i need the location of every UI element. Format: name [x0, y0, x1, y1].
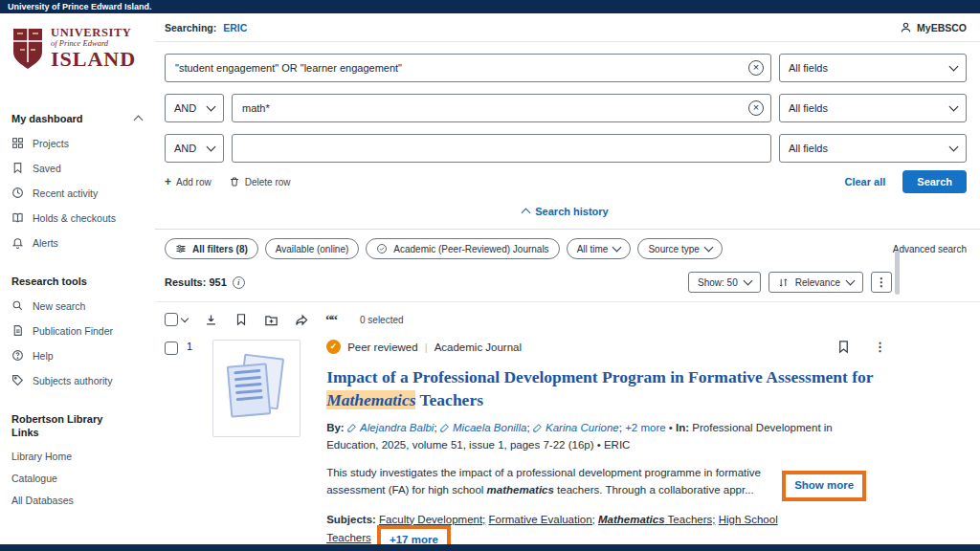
bookmark-icon[interactable] — [234, 313, 248, 326]
sidebar-item-holds-checkouts[interactable]: Holds & checkouts — [11, 211, 142, 224]
main-header: Searching: ERIC MyEBSCO — [155, 13, 980, 42]
filter-all-time[interactable]: All time — [567, 238, 632, 259]
chevron-down-icon — [207, 102, 216, 112]
author-link[interactable]: Micaela Bonilla — [453, 422, 526, 433]
filter-sliders-icon — [175, 243, 187, 254]
sort-select[interactable]: Relevance — [768, 272, 863, 293]
search-row-2: AND × All fields — [165, 94, 967, 122]
chevron-up-icon — [134, 116, 144, 125]
sidebar-item-recent-activity[interactable]: Recent activity — [11, 187, 142, 199]
source-type-label: Academic Journal — [434, 342, 522, 353]
document-illustration-icon — [229, 356, 284, 421]
field-select-2[interactable]: All fields — [779, 94, 967, 122]
sort-arrows-icon — [778, 277, 789, 288]
download-icon[interactable] — [204, 313, 218, 327]
results-scrollbar[interactable] — [895, 251, 900, 295]
upei-logo[interactable]: UNIVERSITY of Prince Edward ISLAND — [11, 27, 155, 71]
projects-icon — [11, 137, 24, 149]
field-select-1[interactable]: All fields — [779, 54, 967, 82]
share-icon[interactable] — [295, 313, 309, 327]
search-term-input-2[interactable] — [232, 94, 771, 122]
myebsco-button[interactable]: MyEBSCO — [900, 21, 967, 33]
record-checkbox[interactable] — [165, 342, 178, 355]
info-icon[interactable]: i — [233, 276, 245, 289]
separator: | — [425, 342, 428, 353]
results-options-kebab[interactable]: ⋮ — [871, 272, 892, 293]
highlighted-term: Mathematics — [326, 390, 415, 409]
record-title-link[interactable]: Impact of a Professional Development Pro… — [326, 366, 891, 411]
more-authors-link[interactable]: +2 more — [625, 422, 666, 433]
chevron-down-icon — [846, 276, 856, 286]
sidebar-item-alerts[interactable]: Alerts — [11, 236, 142, 249]
delete-row-button[interactable]: Delete row — [229, 176, 291, 187]
help-icon — [11, 349, 24, 362]
sidebar-item-publication-finder[interactable]: Publication Finder — [11, 324, 142, 337]
record-number: 1 — [187, 341, 192, 551]
clear-input-icon[interactable]: × — [748, 60, 764, 76]
research-tools-header: Research tools — [11, 276, 142, 287]
all-filters-button[interactable]: All filters (8) — [165, 238, 258, 259]
chevron-down-icon — [949, 143, 959, 152]
bookmark-icon[interactable] — [836, 340, 851, 354]
add-to-folder-icon[interactable] — [264, 313, 278, 327]
chevron-down-icon — [207, 143, 216, 152]
searching-label: Searching: ERIC — [165, 22, 247, 33]
sidebar-item-subjects-authority[interactable]: Subjects authority — [11, 374, 142, 386]
search-row-3: AND All fields — [165, 134, 967, 163]
sidebar-item-new-search[interactable]: New search — [11, 299, 142, 312]
clear-input-icon[interactable]: × — [748, 100, 764, 116]
show-more-link[interactable]: Show more — [782, 471, 866, 501]
show-per-page-select[interactable]: Show: 50 — [688, 272, 761, 293]
cite-icon[interactable]: ““ — [325, 312, 336, 328]
chevron-down-icon — [949, 62, 959, 72]
database-name[interactable]: ERIC — [223, 22, 247, 33]
sidebar-item-saved[interactable]: Saved — [11, 162, 142, 174]
add-row-button[interactable]: + Add row — [165, 175, 212, 188]
subject-link[interactable]: Formative Evaluation; — [489, 514, 595, 525]
author-link[interactable]: Alejandra Balbi — [360, 422, 434, 433]
main-content: Searching: ERIC MyEBSCO × All fields AND — [155, 13, 980, 544]
sidebar-item-projects[interactable]: Projects — [11, 137, 142, 149]
sidebar-link-library-home[interactable]: Library Home — [11, 451, 142, 462]
field-select-3[interactable]: All fields — [779, 134, 967, 163]
sidebar-item-help[interactable]: Help — [11, 349, 142, 362]
search-button[interactable]: Search — [902, 170, 967, 193]
sidebar-link-all-databases[interactable]: All Databases — [11, 495, 142, 506]
chevron-down-icon — [703, 243, 713, 253]
upei-crest-icon — [11, 27, 44, 71]
results-count: Results: 951 i — [165, 276, 245, 289]
author-pen-icon — [347, 423, 357, 432]
search-row-1: × All fields — [165, 54, 967, 82]
chevron-down-icon[interactable] — [181, 314, 189, 321]
search-term-input-3[interactable] — [232, 134, 771, 163]
subject-link[interactable]: Faculty Development; — [379, 514, 485, 525]
author-pen-icon — [533, 423, 543, 432]
author-link[interactable]: Karina Curione — [546, 422, 619, 433]
search-term-input-1[interactable] — [165, 54, 771, 82]
sidebar-link-catalogue[interactable]: Catalogue — [11, 473, 142, 484]
selected-count: 0 selected — [360, 315, 404, 325]
subject-link[interactable]: Mathematics Teachers; — [598, 514, 716, 525]
clear-all-button[interactable]: Clear all — [844, 176, 885, 187]
plus-icon: + — [165, 175, 171, 188]
tag-icon — [11, 374, 24, 386]
operator-select-2[interactable]: AND — [165, 94, 224, 122]
matched-term: mathematics — [487, 484, 554, 496]
browser-topbar: University of Prince Edward Island. — [0, 0, 980, 13]
filter-peer-reviewed[interactable]: Academic (Peer-Reviewed) Journals — [366, 238, 559, 259]
my-dashboard-header[interactable]: My dashboard — [11, 113, 142, 124]
filter-source-type[interactable]: Source type — [637, 238, 722, 259]
library-links-header: Robertson Library Links — [11, 413, 107, 440]
record-abstract: This study investigates the impact of a … — [326, 465, 810, 499]
peer-reviewed-label: Peer reviewed — [347, 342, 418, 353]
trash-icon — [229, 176, 240, 187]
book-icon — [11, 211, 24, 224]
advanced-search-link[interactable]: Advanced search — [893, 244, 967, 254]
select-all-checkbox[interactable] — [165, 313, 178, 326]
upei-wordmark: UNIVERSITY of Prince Edward ISLAND — [51, 27, 136, 70]
filter-available-online[interactable]: Available (online) — [265, 238, 360, 259]
record-thumbnail[interactable] — [212, 340, 301, 437]
search-history-toggle[interactable]: Search history — [165, 206, 967, 217]
record-kebab-icon[interactable]: ⋮ — [874, 340, 886, 354]
operator-select-3[interactable]: AND — [165, 134, 224, 163]
